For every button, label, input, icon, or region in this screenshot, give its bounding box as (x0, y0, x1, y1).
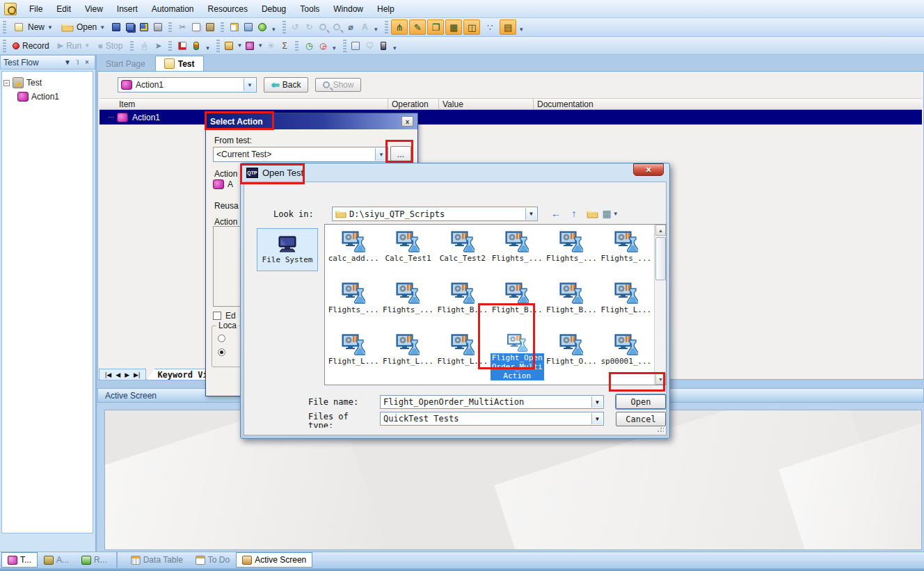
file-name-input[interactable]: Flight_OpenOrder_MultiAction ▼ (380, 395, 604, 409)
insert-call-icon[interactable] (377, 40, 390, 52)
file-list-scrollbar[interactable]: ▲ ▼ (654, 225, 666, 385)
look-in-combo[interactable]: D:\siyu_QTP_Scripts ▼ (332, 207, 538, 221)
menu-insert[interactable]: Insert (110, 1, 145, 17)
toolbar-overflow-icon[interactable]: ▾ (391, 39, 398, 53)
new-button[interactable]: New▼ (9, 19, 56, 35)
open-test-titlebar[interactable]: QTP Open Test ✕ (241, 163, 669, 182)
tab-active-screen[interactable]: Active Screen (236, 552, 312, 568)
menu-automation[interactable]: Automation (145, 1, 201, 17)
up-level-icon[interactable]: ↑ (566, 207, 582, 220)
menu-view[interactable]: View (78, 1, 110, 17)
tab-resources[interactable]: R... (75, 552, 113, 568)
file-item[interactable]: Flights_... (326, 278, 381, 329)
files-of-type-combo[interactable]: QuickTest Tests ▼ (380, 412, 604, 426)
stop-button[interactable]: ■Stop (95, 40, 126, 52)
toolbar-overflow-icon[interactable]: ▾ (330, 39, 337, 53)
insert-output-icon[interactable] (244, 40, 256, 52)
open-button[interactable]: Open▼ (58, 19, 109, 35)
file-item[interactable]: Flight_L... (326, 329, 381, 380)
last-tab-icon[interactable]: ▶| (134, 371, 140, 378)
active-screen-view-icon[interactable]: ◫ (463, 19, 480, 35)
paste-icon[interactable] (204, 21, 216, 33)
menu-file[interactable]: File (22, 1, 49, 17)
object-repository-icon[interactable] (242, 21, 255, 33)
file-item-selected[interactable]: Flight_OpenOrder_MultiAction (490, 329, 544, 380)
prev-tab-icon[interactable]: ◀ (116, 371, 120, 378)
from-test-combo[interactable]: <Current Test> ▼ (213, 147, 388, 162)
file-item[interactable]: Flight_B... (436, 278, 490, 329)
record-button[interactable]: Record (9, 40, 53, 52)
toolbar-overflow-icon[interactable]: ▾ (518, 20, 525, 34)
scroll-down-icon[interactable]: ▼ (655, 373, 666, 385)
panel-close-icon[interactable]: × (82, 58, 92, 66)
panel-menu-icon[interactable]: ▼ (63, 58, 72, 66)
show-button[interactable]: Show (315, 78, 361, 92)
file-item[interactable]: Flights_... (544, 226, 598, 278)
file-item[interactable]: Flight_B... (544, 278, 598, 329)
combo-arrow-icon[interactable]: ▼ (244, 79, 255, 91)
end-transaction-icon[interactable]: ◶ (317, 40, 329, 52)
missing-resources-icon[interactable]: ∵ (481, 19, 498, 35)
data-table-view-icon[interactable]: ▦ (445, 19, 462, 35)
low-level-recording-icon[interactable]: ➤ (152, 40, 164, 52)
tab-test[interactable]: Test (155, 56, 204, 71)
combo-arrow-icon[interactable]: ▼ (525, 208, 536, 220)
action-combo[interactable]: A (213, 179, 233, 189)
file-item[interactable]: Flights_... (599, 226, 653, 278)
file-item[interactable]: Flight_L... (436, 329, 490, 380)
save-icon[interactable] (110, 21, 122, 33)
column-value[interactable]: Value (443, 99, 463, 109)
menu-resources[interactable]: Resources (201, 1, 255, 17)
save-all-icon[interactable] (124, 21, 136, 33)
cancel-button[interactable]: Cancel (616, 412, 666, 426)
keyword-view-icon[interactable]: ✎ (409, 19, 426, 35)
toolbar-overflow-icon[interactable]: ▾ (372, 20, 379, 34)
view-menu-icon[interactable]: ▦▼ (602, 207, 619, 220)
tab-test-flow[interactable]: T... (1, 552, 38, 568)
scroll-up-icon[interactable]: ▲ (655, 225, 666, 236)
start-transaction-icon[interactable]: ◷ (303, 40, 315, 52)
first-tab-icon[interactable]: |◀ (105, 371, 111, 378)
tree-node-action1[interactable]: Action1 (3, 90, 91, 104)
toolbar-overflow-icon[interactable]: ▾ (204, 39, 211, 53)
expert-view-icon[interactable]: ❐ (427, 19, 444, 35)
new-folder-icon[interactable] (584, 207, 600, 220)
traffic-light-icon[interactable] (190, 40, 202, 52)
checkbox-icon[interactable] (213, 312, 221, 320)
file-item[interactable]: calc_add... (326, 226, 381, 278)
file-item[interactable]: Flights_... (381, 278, 435, 329)
dialog-close-icon[interactable]: x (401, 116, 413, 127)
tree-expander-icon[interactable]: − (3, 80, 10, 86)
tab-start-page[interactable]: Start Page (97, 57, 154, 71)
action-selector-combo[interactable]: Action1 ▼ (118, 77, 257, 93)
results-icon[interactable] (176, 40, 189, 52)
test-flow-view-icon[interactable]: ⋔ (391, 19, 408, 35)
dialog-close-icon[interactable]: ✕ (633, 163, 664, 176)
file-system-shortcut[interactable]: File System (257, 228, 318, 271)
next-tab-icon[interactable]: ▶ (125, 371, 129, 378)
save-as-icon[interactable] (138, 21, 150, 33)
menu-tools[interactable]: Tools (293, 1, 326, 17)
object-spy-icon[interactable] (256, 21, 269, 33)
print-icon[interactable] (152, 21, 164, 33)
scroll-thumb[interactable] (655, 237, 666, 280)
copy-icon[interactable] (190, 21, 202, 33)
column-operation[interactable]: Operation (392, 99, 429, 109)
file-item[interactable]: Flight_B... (490, 278, 544, 329)
menu-window[interactable]: Window (326, 1, 370, 17)
combo-arrow-icon[interactable]: ▼ (375, 148, 387, 161)
todo-view-icon[interactable]: ▤ (500, 19, 516, 35)
file-item[interactable]: Flights_... (490, 226, 544, 278)
run-button[interactable]: ▶Run▼ (54, 40, 93, 52)
back-button[interactable]: ⇐Back (264, 77, 308, 93)
file-item[interactable]: Calc_Test2 (436, 226, 490, 278)
panel-pin-icon[interactable]: ꜈ (72, 58, 82, 66)
combo-arrow-icon[interactable]: ▼ (591, 396, 603, 408)
combo-arrow-icon[interactable]: ▼ (591, 413, 603, 424)
edit-new-action-checkbox[interactable]: Ed (213, 311, 236, 321)
browse-test-button[interactable]: ... (390, 146, 411, 163)
open-button[interactable]: Open (616, 394, 666, 409)
edit-step-icon[interactable] (228, 21, 241, 33)
menu-edit[interactable]: Edit (49, 1, 78, 17)
back-nav-icon[interactable]: ← (548, 207, 564, 220)
